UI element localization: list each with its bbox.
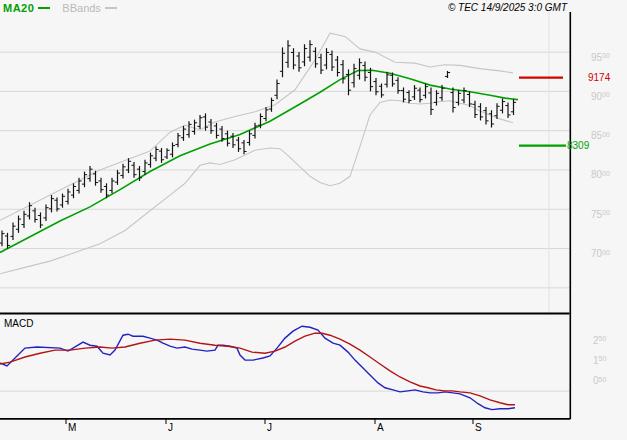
support-level-label: 8309	[567, 141, 589, 151]
copyright-text: © TEC 14/9/2025 3:0 GMT	[448, 2, 567, 13]
price-tick-label: 9500	[591, 53, 610, 64]
legend-ma20-swatch	[38, 7, 50, 9]
legend-bbands-label: BBands	[62, 2, 101, 14]
legend-bbands-swatch	[105, 7, 117, 9]
chart-canvas	[0, 0, 627, 440]
month-label: J	[168, 423, 173, 433]
chart-legend: MA20 BBands	[3, 2, 117, 14]
month-label: J	[267, 423, 272, 433]
price-tick-label: 7500	[591, 210, 610, 221]
month-label: A	[377, 423, 384, 433]
price-tick-label: 8500	[591, 131, 610, 142]
macd-tick-label: 250	[593, 336, 606, 347]
macd-panel-title: MACD	[4, 318, 33, 329]
resistance-level-label: 9174	[588, 73, 610, 83]
macd-tick-label: 050	[593, 376, 606, 387]
month-label: M	[68, 423, 76, 433]
price-tick-label: 8000	[591, 170, 610, 181]
price-tick-label: 9000	[591, 92, 610, 103]
stock-chart-window: MA20 BBands © TEC 14/9/2025 3:0 GMT 9500…	[0, 0, 627, 440]
legend-ma20-label: MA20	[3, 2, 34, 14]
month-label: S	[475, 423, 482, 433]
price-tick-label: 7000	[591, 249, 610, 260]
macd-tick-label: 150	[593, 356, 606, 367]
